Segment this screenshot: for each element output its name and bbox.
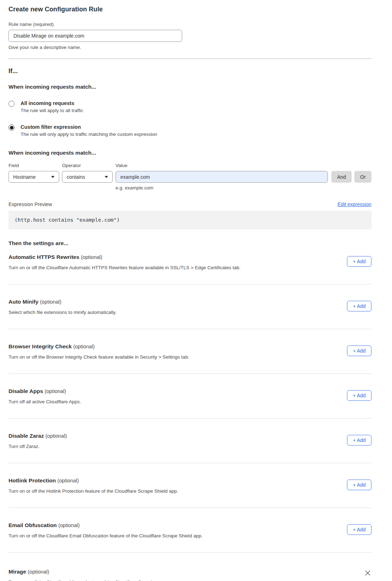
add-button[interactable]: + Add bbox=[347, 256, 371, 267]
value-helper: e.g. example.com bbox=[116, 185, 371, 190]
setting-row-automatic-https-rewrites: Automatic HTTPS Rewrites (optional) Turn… bbox=[9, 247, 371, 284]
radio-icon[interactable] bbox=[9, 101, 15, 107]
setting-description: Turn on or off the Cloudflare Automatic … bbox=[9, 265, 241, 270]
optional-tag: (optional) bbox=[45, 388, 66, 394]
optional-tag: (optional) bbox=[81, 254, 102, 260]
rule-name-input[interactable] bbox=[9, 30, 182, 42]
add-button[interactable]: + Add bbox=[347, 301, 371, 311]
add-button[interactable]: + Add bbox=[347, 524, 371, 535]
setting-row-hotlink-protection: Hotlink Protection (optional) Turn on or… bbox=[9, 463, 371, 508]
radio-description: The rule will only apply to traffic matc… bbox=[21, 132, 157, 137]
setting-title: Browser Integrity Check (optional) bbox=[9, 343, 189, 350]
rule-name-label: Rule name (required) bbox=[9, 22, 371, 27]
builder-heading: When incoming requests match... bbox=[9, 150, 371, 156]
optional-tag: (optional) bbox=[57, 478, 79, 483]
optional-tag: (optional) bbox=[40, 299, 61, 305]
chevron-down-icon bbox=[105, 176, 108, 178]
operator-label: Operator bbox=[62, 163, 116, 168]
optional-tag: (optional) bbox=[58, 522, 79, 528]
setting-title: Automatic HTTPS Rewrites (optional) bbox=[9, 254, 241, 260]
add-button[interactable]: + Add bbox=[347, 390, 371, 401]
expression-preview-code: (http.host contains "example.com") bbox=[9, 211, 371, 229]
setting-description: Turn on or off the Cloudflare Email Obfu… bbox=[9, 533, 203, 538]
match-heading: When incoming requests match... bbox=[9, 84, 371, 90]
setting-row-disable-apps: Disable Apps (optional) Turn off all act… bbox=[9, 374, 371, 419]
optional-tag: (optional) bbox=[28, 569, 49, 575]
setting-title: Disable Zaraz (optional) bbox=[9, 433, 67, 439]
builder-column-labels: Field Operator Value bbox=[9, 163, 371, 168]
setting-description: Turn on or off the Hotlink Protection fe… bbox=[9, 488, 178, 494]
setting-title: Email Obfuscation (optional) bbox=[9, 522, 203, 529]
radio-all-incoming-requests[interactable]: All incoming requests The rule will appl… bbox=[9, 100, 371, 113]
setting-description: Turn on or off the Browser Integrity Che… bbox=[9, 354, 189, 360]
setting-row-disable-zaraz: Disable Zaraz (optional) Turn off Zaraz.… bbox=[9, 419, 371, 463]
expression-builder-row: Hostname contains And Or bbox=[9, 171, 371, 183]
if-heading: If... bbox=[9, 67, 371, 75]
field-label: Field bbox=[9, 163, 62, 168]
expression-preview-label: Expression Preview bbox=[9, 201, 52, 207]
setting-title: Disable Apps (optional) bbox=[9, 388, 81, 394]
setting-description: Select which file extensions to minify a… bbox=[9, 310, 116, 315]
settings-heading: Then the settings are... bbox=[9, 240, 371, 247]
section-divider bbox=[9, 59, 371, 59]
setting-row-email-obfuscation: Email Obfuscation (optional) Turn on or … bbox=[9, 508, 371, 553]
add-button[interactable]: + Add bbox=[347, 345, 371, 356]
close-icon bbox=[365, 570, 371, 576]
setting-title: Mirage (optional) bbox=[9, 569, 163, 575]
setting-row-auto-minify: Auto Minify (optional) Select which file… bbox=[9, 284, 371, 329]
setting-description: Turn off all active Cloudflare Apps. bbox=[9, 399, 81, 404]
field-select-value: Hostname bbox=[13, 174, 36, 180]
add-button[interactable]: + Add bbox=[347, 435, 371, 446]
field-select[interactable]: Hostname bbox=[9, 171, 59, 183]
setting-title: Auto Minify (optional) bbox=[9, 299, 116, 305]
rule-name-helper: Give your rule a descriptive name. bbox=[9, 45, 371, 50]
edit-expression-link[interactable]: Edit expression bbox=[337, 201, 371, 207]
radio-custom-filter-expression[interactable]: Custom filter expression The rule will o… bbox=[9, 124, 371, 137]
operator-select[interactable]: contains bbox=[62, 171, 113, 183]
create-configuration-rule-page: Create new Configuration Rule Rule name … bbox=[0, 0, 392, 581]
radio-description: The rule will apply to all traffic bbox=[21, 108, 83, 113]
value-label: Value bbox=[116, 163, 128, 168]
add-button[interactable]: + Add bbox=[347, 480, 371, 490]
optional-tag: (optional) bbox=[73, 344, 95, 349]
remove-setting-button[interactable] bbox=[364, 569, 371, 578]
optional-tag: (optional) bbox=[45, 433, 67, 439]
setting-description: Turn off Zaraz. bbox=[9, 444, 67, 449]
or-button[interactable]: Or bbox=[354, 171, 371, 183]
operator-select-value: contains bbox=[67, 174, 85, 180]
expression-preview-header: Expression Preview Edit expression bbox=[9, 201, 371, 207]
radio-icon[interactable] bbox=[9, 124, 15, 131]
chevron-down-icon bbox=[51, 176, 55, 178]
radio-label: All incoming requests bbox=[21, 100, 83, 106]
radio-label: Custom filter expression bbox=[21, 124, 157, 130]
setting-description: Turn on or off the Cloudflare Mirage fea… bbox=[9, 580, 163, 581]
and-button[interactable]: And bbox=[331, 171, 352, 183]
setting-row-mirage: Mirage (optional) Turn on or off the Clo… bbox=[9, 553, 371, 581]
setting-title: Hotlink Protection (optional) bbox=[9, 477, 178, 484]
value-input[interactable] bbox=[116, 171, 328, 183]
page-title: Create new Configuration Rule bbox=[9, 6, 371, 13]
setting-row-browser-integrity-check: Browser Integrity Check (optional) Turn … bbox=[9, 329, 371, 374]
